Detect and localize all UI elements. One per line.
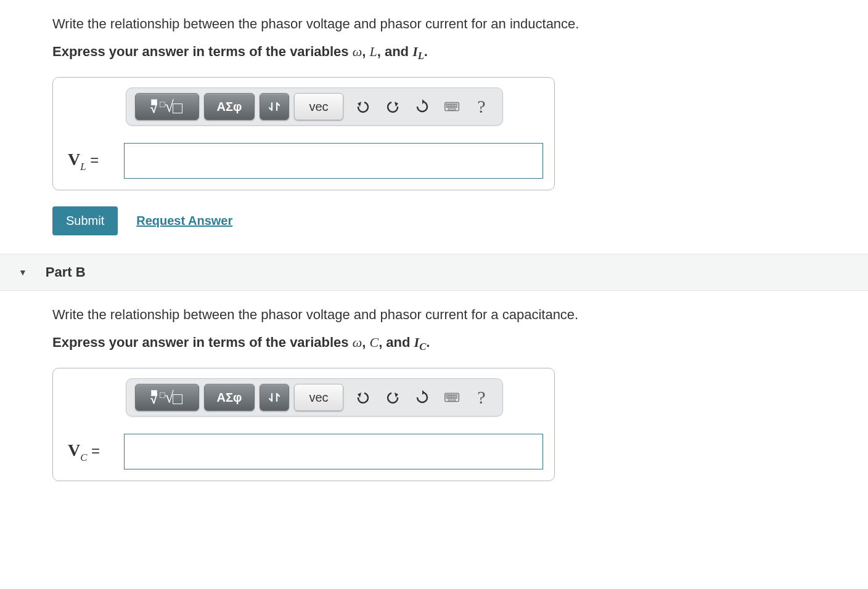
svg-rect-14	[449, 395, 450, 396]
reset-button-b[interactable]	[410, 384, 435, 410]
svg-rect-3	[451, 104, 452, 105]
instruction-text: Write the relationship between the phaso…	[52, 15, 850, 34]
part-a-section: Write the relationship between the phaso…	[0, 0, 868, 254]
part-b-section: Write the relationship between the phaso…	[0, 291, 868, 500]
redo-button[interactable]	[380, 94, 405, 120]
redo-button-b[interactable]	[380, 384, 405, 410]
var-I: I	[412, 44, 418, 59]
label-sub: L	[80, 161, 86, 173]
answer-panel-a: √ □ √ ΑΣφ vec	[52, 77, 555, 190]
label-V-b: V	[68, 441, 80, 460]
undo-icon	[356, 99, 371, 114]
svg-rect-15	[451, 395, 452, 396]
sep2-b: , and	[379, 335, 414, 350]
fraction-icon: √	[150, 103, 157, 111]
templates-button[interactable]: √ □ √	[135, 93, 199, 120]
templates-button-b[interactable]: √ □ √	[135, 384, 199, 411]
label-eq-b: =	[87, 442, 100, 459]
undo-button[interactable]	[351, 94, 375, 120]
answer-variable-label-b: VC =	[64, 441, 124, 463]
help-button[interactable]: ?	[469, 94, 494, 120]
var-omega: ω	[353, 44, 362, 59]
help-icon: ?	[477, 387, 485, 408]
undo-icon	[356, 390, 371, 405]
help-icon: ?	[477, 96, 485, 117]
express-line-b: Express your answer in terms of the vari…	[52, 335, 850, 353]
sep1: ,	[362, 44, 369, 59]
var-I-sub-b: C	[419, 341, 426, 352]
answer-row: VL =	[64, 143, 543, 179]
request-answer-link[interactable]: Request Answer	[136, 214, 232, 228]
collapse-icon: ▼	[18, 267, 27, 277]
express-line: Express your answer in terms of the vari…	[52, 44, 850, 62]
fraction-icon: √	[150, 394, 157, 402]
label-V: V	[68, 150, 80, 169]
label-sub-b: C	[80, 452, 87, 463]
reset-button[interactable]	[410, 94, 435, 120]
reset-icon	[415, 99, 430, 114]
svg-rect-22	[456, 397, 457, 399]
instruction-text-b: Write the relationship between the phaso…	[52, 306, 850, 325]
svg-rect-17	[456, 395, 457, 396]
svg-rect-11	[448, 108, 456, 110]
svg-rect-20	[451, 397, 452, 399]
express-suffix: .	[424, 44, 428, 59]
equation-toolbar: √ □ √ ΑΣφ vec	[126, 87, 503, 126]
svg-rect-10	[456, 106, 457, 107]
answer-variable-label: VL =	[64, 150, 124, 172]
action-row: Submit Request Answer	[52, 206, 850, 235]
vec-button[interactable]: vec	[294, 93, 343, 120]
help-button-b[interactable]: ?	[469, 384, 494, 410]
answer-row-b: VC =	[64, 434, 543, 469]
redo-icon	[385, 390, 400, 405]
svg-rect-4	[453, 104, 454, 105]
sep2: , and	[377, 44, 412, 59]
submit-button[interactable]: Submit	[52, 206, 118, 235]
svg-rect-21	[453, 397, 454, 399]
part-b-title: Part B	[46, 264, 86, 280]
keyboard-button[interactable]	[440, 94, 464, 120]
greek-button[interactable]: ΑΣφ	[204, 93, 255, 120]
express-prefix-b: Express your answer in terms of the vari…	[52, 335, 353, 350]
sub-sup-icon	[267, 390, 282, 405]
var-L: L	[369, 44, 377, 59]
reset-icon	[415, 390, 430, 405]
part-b-header[interactable]: ▼ Part B	[0, 254, 868, 291]
keyboard-icon	[444, 99, 459, 114]
svg-rect-16	[453, 395, 454, 396]
undo-button-b[interactable]	[351, 384, 375, 410]
svg-rect-13	[446, 395, 448, 396]
keyboard-icon	[444, 390, 459, 405]
var-I-b: I	[414, 335, 420, 350]
subscript-superscript-button-b[interactable]	[260, 384, 289, 411]
label-eq: =	[86, 152, 99, 168]
express-prefix: Express your answer in terms of the vari…	[52, 44, 353, 59]
svg-rect-6	[446, 106, 448, 107]
answer-input-b[interactable]	[124, 434, 543, 469]
redo-icon	[385, 99, 400, 114]
svg-rect-18	[446, 397, 448, 399]
svg-rect-8	[451, 106, 452, 107]
keyboard-button-b[interactable]	[440, 384, 464, 410]
svg-rect-9	[453, 106, 454, 107]
root-icon: □ √	[160, 388, 182, 407]
svg-rect-23	[448, 399, 456, 400]
root-icon: □ √	[160, 97, 182, 116]
sep1-b: ,	[362, 335, 369, 350]
svg-rect-1	[446, 104, 448, 105]
express-suffix-b: .	[426, 335, 430, 350]
vec-button-b[interactable]: vec	[294, 384, 343, 411]
svg-rect-5	[456, 104, 457, 105]
var-C: C	[369, 335, 379, 350]
answer-input[interactable]	[124, 143, 543, 179]
equation-toolbar-b: √ □ √ ΑΣφ vec	[126, 378, 503, 416]
svg-rect-7	[449, 106, 450, 107]
svg-rect-19	[449, 397, 450, 399]
svg-rect-2	[449, 104, 450, 105]
answer-panel-b: √ □ √ ΑΣφ vec	[52, 368, 555, 481]
subscript-superscript-button[interactable]	[260, 93, 289, 120]
var-omega-b: ω	[353, 335, 362, 350]
sub-sup-icon	[267, 99, 282, 114]
var-I-sub: L	[418, 50, 424, 62]
greek-button-b[interactable]: ΑΣφ	[204, 384, 255, 411]
